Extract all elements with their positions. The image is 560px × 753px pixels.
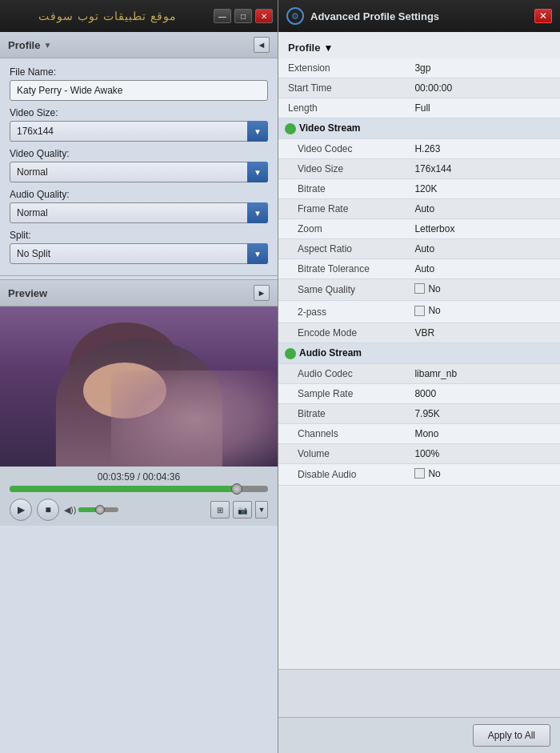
right-profile-header[interactable]: Profile ▼ [278,38,560,58]
settings-value: Mono [405,423,560,443]
settings-section-row: Video Stream [278,118,560,139]
apply-btn-area: Apply to All [278,717,560,753]
watermark: موقع تطبيقات توب سوفت [5,10,210,22]
settings-key: Video Codec [278,138,405,158]
video-frame [0,306,278,467]
section-label: Audio Stream [299,347,362,358]
profile-collapse-button[interactable]: ◄ [254,37,270,53]
table-row: LengthFull [278,98,560,118]
preview-expand-button[interactable]: ► [254,285,270,301]
progress-bar-fill [10,486,234,492]
settings-value: Auto [405,198,560,218]
audio-quality-select[interactable]: Normal [10,202,268,223]
checkbox-icon[interactable] [414,306,425,316]
section-dot [285,348,296,359]
file-name-input[interactable] [10,80,268,101]
advanced-settings-title: Advanced Profile Settings [310,10,528,22]
settings-key: Start Time [278,78,405,98]
right-profile-label: Profile [288,42,320,54]
video-size-select[interactable]: 176x144 [10,121,268,142]
settings-value: Letterbox [405,218,560,238]
split-label: Split: [10,230,268,241]
right-controls: ⊞ 📷 ▼ [210,501,268,519]
split-field-group: Split: No Split ▼ [10,230,268,264]
settings-key: Channels [278,423,405,443]
settings-value: 3gp [405,58,560,78]
progress-bar[interactable] [10,486,268,492]
file-name-field-group: File Name: [10,66,268,101]
section-label: Video Stream [299,122,360,134]
scene-flowers [111,370,278,467]
preview-label: Preview [8,287,47,299]
progress-handle[interactable] [231,483,242,495]
table-row: Audio Codeclibamr_nb [278,363,560,383]
video-quality-field-group: Video Quality: Normal ▼ [10,148,268,182]
right-profile-dropdown-icon: ▼ [323,42,333,54]
settings-icon: ⚙ [286,7,304,25]
table-row: Bitrate120K [278,178,560,198]
table-row: Sample Rate8000 [278,383,560,403]
left-form-content: File Name: Video Size: 176x144 ▼ Video Q… [0,58,278,272]
more-options-button[interactable]: ▼ [255,501,268,519]
settings-icon-glyph: ⚙ [291,11,299,22]
table-row: Same QualityNo [278,278,560,301]
volume-bar[interactable] [78,507,118,512]
screenshot-button[interactable]: ⊞ [210,501,230,519]
settings-value: 100% [405,443,560,463]
audio-quality-select-wrapper: Normal ▼ [10,202,268,223]
settings-value: 00:00:00 [405,78,560,98]
settings-value: Full [405,98,560,118]
checkbox-icon[interactable] [414,283,425,294]
table-row: ZoomLetterbox [278,218,560,238]
profile-bar-left-content[interactable]: Profile ▼ [8,39,51,51]
settings-key: Disable Audio [278,463,405,486]
settings-key: Sample Rate [278,383,405,403]
title-bar-right: ⚙ Advanced Profile Settings ✕ [278,0,560,32]
audio-quality-field-group: Audio Quality: Normal ▼ [10,189,268,223]
settings-key: Aspect Ratio [278,238,405,258]
camera-button[interactable]: 📷 [233,501,252,519]
timeline-area: 00:03:59 / 00:04:36 ▶ ■ ◀)) ⊞ 📷 ▼ [0,467,278,526]
video-quality-select[interactable]: Normal [10,162,268,182]
settings-key: Bitrate [278,403,405,423]
table-row: Bitrate7.95K [278,403,560,423]
volume-handle[interactable] [95,505,105,515]
volume-icon: ◀)) [64,505,76,515]
minimize-button[interactable]: — [214,9,231,23]
settings-value: No [405,278,560,301]
video-quality-select-wrapper: Normal ▼ [10,162,268,182]
close-button-right[interactable]: ✕ [534,9,552,23]
settings-key: Video Size [278,158,405,178]
table-row: Start Time00:00:00 [278,78,560,98]
left-panel: موقع تطبيقات توب سوفت — □ ✕ Profile ▼ ◄ … [0,0,278,753]
checkbox-value: No [414,305,440,316]
settings-value: 120K [405,178,560,198]
settings-key: Bitrate Tolerance [278,258,405,278]
settings-value: Auto [405,258,560,278]
table-row: Extension3gp [278,58,560,78]
audio-quality-label: Audio Quality: [10,189,268,200]
settings-key: Extension [278,58,405,78]
settings-table: Extension3gpStart Time00:00:00LengthFull… [278,58,560,486]
file-name-label: File Name: [10,66,268,78]
apply-to-all-button[interactable]: Apply to All [473,724,550,747]
settings-key: Zoom [278,218,405,238]
split-select[interactable]: No Split [10,243,268,264]
section-dot [285,123,296,134]
preview-bar: Preview ► [0,279,278,306]
settings-value: 176x144 [405,158,560,178]
settings-key: Length [278,98,405,118]
maximize-button[interactable]: □ [234,9,252,23]
settings-value: H.263 [405,138,560,158]
right-content: Profile ▼ Extension3gpStart Time00:00:00… [278,32,560,669]
settings-value: VBR [405,322,560,342]
play-button[interactable]: ▶ [10,499,32,521]
stop-button[interactable]: ■ [37,499,59,521]
settings-key: Frame Rate [278,198,405,218]
profile-bar-left: Profile ▼ ◄ [0,32,278,58]
checkbox-icon[interactable] [414,468,425,479]
settings-key: 2-pass [278,301,405,323]
settings-key: Audio Codec [278,363,405,383]
settings-key: Same Quality [278,278,405,301]
close-button-left[interactable]: ✕ [255,9,273,23]
